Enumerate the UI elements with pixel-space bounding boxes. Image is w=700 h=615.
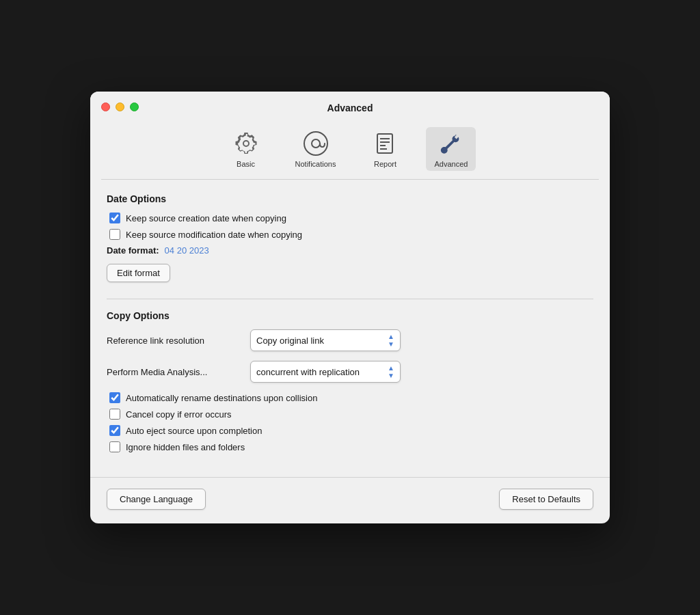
checkbox-auto-rename[interactable] <box>109 392 120 403</box>
date-options-title: Date Options <box>107 193 593 204</box>
checkbox-modification-date[interactable] <box>109 229 120 240</box>
media-analysis-label: Perform Media Analysis... <box>107 367 243 377</box>
report-icon <box>371 130 399 157</box>
checkbox-modification-date-label[interactable]: Keep source modification date when copyi… <box>126 230 302 240</box>
tab-notifications-label: Notifications <box>295 160 336 168</box>
checkbox-creation-date[interactable] <box>109 213 120 223</box>
date-format-row: Date format: 04 20 2023 <box>107 245 593 256</box>
titlebar: Advanced Basic <box>90 92 610 180</box>
maximize-button[interactable] <box>130 102 139 111</box>
traffic-lights <box>101 102 139 111</box>
ref-link-select-arrows: ▲▼ <box>388 333 394 348</box>
copy-options-section: Copy Options Reference link resolution C… <box>107 310 593 452</box>
tab-notifications[interactable]: Notifications <box>287 127 345 171</box>
at-icon <box>302 130 329 157</box>
checkbox-creation-date-row: Keep source creation date when copying <box>109 213 593 223</box>
tab-report-label: Report <box>374 160 396 168</box>
checkbox-auto-eject-label[interactable]: Auto eject source upon completion <box>126 426 262 436</box>
checkbox-auto-rename-label[interactable]: Automatically rename destinations upon c… <box>126 393 317 403</box>
media-analysis-select[interactable]: concurrent with replication ▲▼ <box>250 361 401 383</box>
svg-point-7 <box>443 148 446 151</box>
svg-point-1 <box>312 139 320 148</box>
checkbox-creation-date-label[interactable]: Keep source creation date when copying <box>126 213 286 223</box>
tab-basic-label: Basic <box>237 160 255 168</box>
date-format-value: 04 20 2023 <box>165 245 209 256</box>
tab-advanced[interactable]: Advanced <box>426 127 476 171</box>
svg-rect-2 <box>377 134 392 153</box>
edit-format-button[interactable]: Edit format <box>107 264 170 282</box>
checkbox-modification-date-row: Keep source modification date when copyi… <box>109 229 593 240</box>
date-options-section: Date Options Keep source creation date w… <box>107 193 593 296</box>
section-divider <box>107 299 593 299</box>
content-area: Date Options Keep source creation date w… <box>90 180 610 472</box>
checkbox-auto-eject-row: Auto eject source upon completion <box>109 425 593 436</box>
tab-basic[interactable]: Basic <box>224 127 268 171</box>
checkbox-hidden-files-label[interactable]: Ignore hidden files and folders <box>126 442 245 452</box>
copy-options-title: Copy Options <box>107 310 593 321</box>
checkbox-cancel-error[interactable] <box>109 409 120 420</box>
close-button[interactable] <box>101 102 110 111</box>
gear-icon <box>232 130 260 157</box>
minimize-button[interactable] <box>116 102 124 111</box>
wrench-icon <box>438 130 465 157</box>
media-analysis-select-arrows: ▲▼ <box>388 364 394 379</box>
media-analysis-row: Perform Media Analysis... concurrent wit… <box>107 361 593 383</box>
change-language-button[interactable]: Change Language <box>107 489 206 510</box>
checkbox-hidden-files-row: Ignore hidden files and folders <box>109 441 593 452</box>
checkbox-cancel-error-row: Cancel copy if error occurs <box>109 409 593 420</box>
tab-advanced-label: Advanced <box>434 160 468 168</box>
ref-link-select-value: Copy original link <box>256 336 324 346</box>
toolbar: Basic Notifications <box>101 122 599 180</box>
checkbox-auto-eject[interactable] <box>109 425 120 436</box>
checkbox-hidden-files[interactable] <box>109 441 120 452</box>
date-format-label: Date format: <box>107 245 159 256</box>
ref-link-row: Reference link resolution Copy original … <box>107 329 593 351</box>
window-title: Advanced <box>327 102 373 113</box>
tab-report[interactable]: Report <box>363 127 407 171</box>
ref-link-select[interactable]: Copy original link ▲▼ <box>250 329 401 351</box>
bottom-bar: Change Language Reset to Defaults <box>90 477 610 523</box>
checkbox-rename-row: Automatically rename destinations upon c… <box>109 392 593 403</box>
main-window: Advanced Basic <box>90 92 610 523</box>
svg-point-0 <box>304 132 327 155</box>
media-analysis-select-value: concurrent with replication <box>256 367 360 377</box>
checkbox-cancel-error-label[interactable]: Cancel copy if error occurs <box>126 409 232 420</box>
reset-defaults-button[interactable]: Reset to Defaults <box>499 489 593 510</box>
ref-link-label: Reference link resolution <box>107 336 243 346</box>
